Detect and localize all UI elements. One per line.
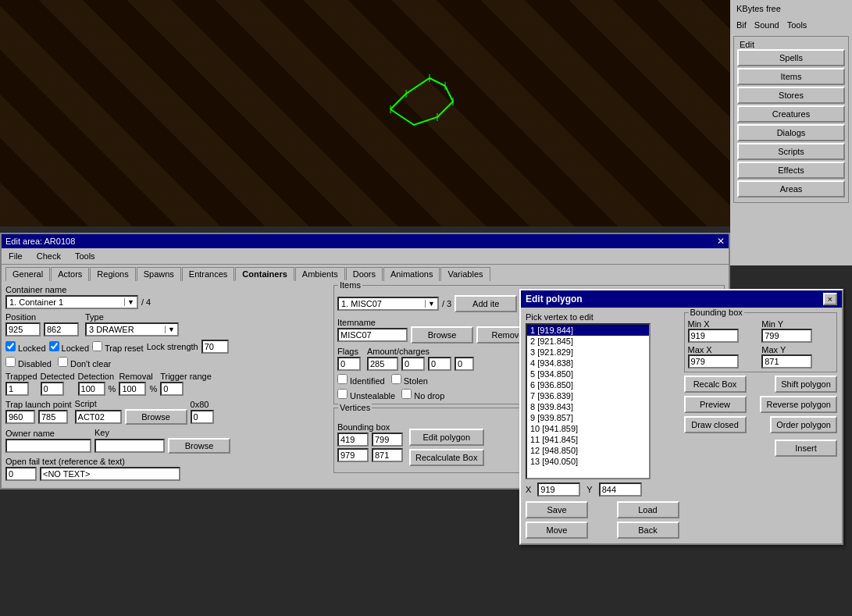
bbox-minx[interactable] [337, 433, 369, 447]
owner-input[interactable] [5, 439, 91, 453]
areas-button[interactable]: Areas [737, 180, 845, 198]
itemname-browse-button[interactable]: Browse [411, 326, 473, 344]
vertex-item[interactable]: 10 [941.859] [527, 423, 649, 434]
reverse-polygon-button[interactable]: Reverse polygon [760, 396, 837, 413]
stolen-check[interactable] [391, 374, 401, 384]
exp-input[interactable] [455, 357, 474, 371]
vertex-item[interactable]: 6 [936.850] [527, 379, 649, 390]
tab-doors[interactable]: Doors [346, 267, 383, 281]
open-fail-text[interactable] [40, 467, 180, 481]
container-name-arrow[interactable]: ▼ [124, 298, 137, 306]
vertex-item[interactable]: 12 [948.850] [527, 445, 649, 456]
recalc-box-button[interactable]: Recalc Box [684, 376, 747, 393]
vertex-item[interactable]: 8 [939.843] [527, 401, 649, 412]
trap-launch-x[interactable] [5, 410, 35, 424]
flags-input[interactable] [337, 357, 361, 371]
detection-input[interactable] [78, 382, 105, 396]
items-arrow[interactable]: ▼ [425, 300, 437, 308]
tab-spawns[interactable]: Spawns [137, 267, 181, 281]
dont-clear-check[interactable] [58, 357, 68, 367]
amount-input[interactable] [367, 357, 398, 371]
script-browse-button[interactable]: Browse [125, 409, 187, 425]
vertex-item[interactable]: 13 [940.050] [527, 456, 649, 467]
trap-reset-check[interactable] [92, 341, 102, 351]
order-polygon-button[interactable]: Order polygon [770, 416, 837, 433]
container-name-combo[interactable]: 1. Container 1 ▼ [5, 295, 138, 309]
ep-maxy-input[interactable] [761, 354, 812, 369]
draw-closed-button[interactable]: Draw closed [684, 416, 747, 433]
ep-minx-input[interactable] [688, 329, 739, 343]
tab-variables[interactable]: Variables [440, 267, 490, 281]
vertex-item[interactable]: 9 [939.857] [527, 412, 649, 423]
trapped-input[interactable] [5, 382, 29, 396]
bbox-miny[interactable] [372, 433, 403, 447]
script-input[interactable] [75, 410, 122, 424]
y-input[interactable] [599, 482, 642, 497]
recalculate-box-button[interactable]: Recalculate Box [409, 449, 484, 466]
add-item-button[interactable]: Add ite [455, 295, 517, 312]
disabled-check[interactable] [5, 357, 16, 367]
lock-strength-input[interactable] [201, 340, 229, 354]
position-x[interactable] [5, 322, 41, 336]
preview-button[interactable]: Preview [684, 396, 747, 413]
vertex-item[interactable]: 5 [934.850] [527, 369, 649, 379]
bbox-maxx[interactable] [337, 448, 369, 462]
locked-check-1[interactable] [5, 341, 16, 351]
dialogs-button[interactable]: Dialogs [737, 124, 845, 141]
creatures-button[interactable]: Creatures [737, 105, 845, 123]
menu-tools[interactable]: Tools [784, 19, 811, 31]
vertex-item[interactable]: 4 [934.838] [527, 358, 649, 369]
vertex-list[interactable]: 1 [919.844]2 [921.845]3 [921.829]4 [934.… [526, 323, 651, 479]
items-combo[interactable]: 1. MISC07 ▼ [337, 297, 439, 311]
menu-check[interactable]: Check [34, 250, 64, 262]
effects-button[interactable]: Effects [737, 162, 845, 179]
charges3-input[interactable] [428, 357, 451, 371]
tab-general[interactable]: General [5, 267, 50, 281]
edit-polygon-button[interactable]: Edit polygon [409, 429, 484, 446]
position-y[interactable] [44, 322, 79, 336]
tab-ambients[interactable]: Ambients [295, 267, 345, 281]
tab-animations[interactable]: Animations [383, 267, 440, 281]
tab-containers[interactable]: Containers [235, 267, 294, 281]
move-button[interactable]: Move [526, 522, 588, 539]
menu-sound[interactable]: Sound [751, 19, 782, 31]
menu-file[interactable]: File [5, 250, 26, 262]
edit-area-close-button[interactable]: ✕ [717, 236, 725, 247]
identified-check[interactable] [337, 374, 348, 384]
vertex-item[interactable]: 11 [941.845] [527, 434, 649, 445]
script-num-input[interactable] [191, 410, 214, 424]
load-button[interactable]: Load [617, 501, 679, 518]
detected-input[interactable] [41, 382, 64, 396]
trap-launch-y[interactable] [38, 410, 68, 424]
ep-maxx-input[interactable] [688, 354, 739, 369]
vertex-item[interactable]: 3 [921.829] [527, 347, 649, 358]
bbox-maxy[interactable] [372, 448, 403, 462]
type-combo[interactable]: 3 DRAWER ▼ [85, 322, 179, 336]
insert-button[interactable]: Insert [775, 440, 837, 457]
tab-regions[interactable]: Regions [90, 267, 135, 281]
menu-tools[interactable]: Tools [72, 250, 98, 262]
unstealable-check[interactable] [337, 389, 348, 399]
vertex-item[interactable]: 7 [936.839] [527, 390, 649, 401]
spells-button[interactable]: Spells [737, 49, 845, 66]
vertex-item[interactable]: 2 [921.845] [527, 336, 649, 347]
x-input[interactable] [537, 482, 580, 497]
removal-input[interactable] [119, 382, 146, 396]
shift-polygon-button[interactable]: Shift polygon [775, 376, 837, 393]
type-arrow[interactable]: ▼ [165, 326, 177, 333]
menu-bif[interactable]: Bif [733, 19, 750, 31]
back-button[interactable]: Back [617, 522, 679, 539]
open-fail-ref[interactable] [5, 467, 37, 481]
ep-miny-input[interactable] [761, 329, 812, 343]
trigger-range-input[interactable] [160, 382, 184, 396]
save-button[interactable]: Save [526, 501, 588, 518]
items-button[interactable]: Items [737, 68, 845, 85]
key-browse-button[interactable]: Browse [168, 438, 230, 454]
vertex-item[interactable]: 1 [919.844] [527, 325, 649, 336]
locked-check-2[interactable] [49, 341, 59, 351]
tab-entrances[interactable]: Entrances [182, 267, 235, 281]
stores-button[interactable]: Stores [737, 87, 845, 104]
itemname-input[interactable] [337, 328, 408, 342]
scripts-button[interactable]: Scripts [737, 143, 845, 160]
tab-actors[interactable]: Actors [51, 267, 89, 281]
